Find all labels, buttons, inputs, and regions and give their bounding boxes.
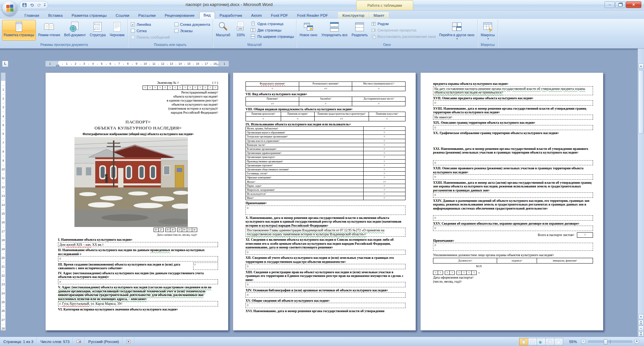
office-button[interactable] [2,1,17,15]
document-page-3[interactable]: предмета охраны объекта культурного насл… [420,72,603,331]
zoom-button[interactable]: Масштаб [214,20,232,41]
checkbox-icon [174,22,178,26]
usage-label-cell: Воинские части¤ [246,143,364,147]
split-button[interactable]: Разделить [350,20,369,41]
minimize-button[interactable]: − [604,1,615,8]
usage-value-cell: ¤ [364,135,406,139]
doc-section-heading: XI. Сведения о включении объекта культур… [246,238,406,249]
text-run: Всего в паспорте листов¤ [538,233,574,237]
ruler-tick [97,64,98,65]
ruler-number: 11 [1,176,5,180]
usage-label-cell: Органы власти и управления¤ [246,139,364,143]
view-button-web-layout[interactable] [537,338,546,345]
page-width-button[interactable]: По ширине страницы [249,33,295,40]
doc-spacer [433,155,593,160]
document-map-checkbox[interactable]: Схема документа [174,21,210,27]
view-button-print-layout[interactable] [519,338,528,345]
tab-6-рецензирование[interactable]: Рецензирование [160,12,199,19]
view-side-by-side-button[interactable]: Рядом [370,20,437,27]
gridlines-checkbox[interactable]: Сетка [131,27,170,34]
tab-9-axiom[interactable]: Axiom [247,12,266,19]
ruler-checkbox[interactable]: ✓ Линейка [131,21,170,27]
view-button-outline[interactable] [545,338,554,345]
next-page-button[interactable]: ▼▼ [638,331,644,337]
tab-2-вставка[interactable]: Вставка [44,12,67,19]
two-pages-button[interactable]: Две страницы [249,27,295,33]
status-page-indicator[interactable]: Страница: 1 из 3 [0,337,37,346]
view-button-full-screen-reading[interactable] [528,338,537,345]
doc-field-box: ¤ [246,250,406,255]
close-button[interactable]: × [626,1,641,8]
web-layout-button[interactable]: Веб-документ [62,20,88,41]
doc-section-heading: I. Наименование объекта культурного насл… [58,238,218,242]
status-word-count[interactable]: Число слов: 573 [37,337,73,346]
table-value-cell: ¤ [352,86,406,91]
one-page-button[interactable]: Одна страница [249,20,295,27]
tab-8-разработчик[interactable]: Разработчик [215,12,247,19]
previous-page-button[interactable]: ▲▲ [638,320,644,325]
restore-button[interactable] [615,1,626,8]
tab-11-foxit-reader-pdf[interactable]: Foxit Reader PDF [293,12,332,19]
document-page-1[interactable]: Экземпляр № ¤( ¤ )¤¤¤¤¤¤¤¤¤¤¤¤¤¤¤Регистр… [45,72,228,331]
indent-marker[interactable] [56,65,59,66]
usage-value-cell: ¤ [364,127,406,131]
fill-in-line [181,81,210,85]
status-macro-record-button[interactable] [123,337,135,346]
scroll-up-button[interactable]: ▲ [638,63,644,69]
form-cell: 2¤ [159,228,164,232]
scrollbar-thumb[interactable] [638,70,644,134]
ruler-number: 14 [178,62,182,65]
scroll-down-button[interactable]: ▼ [638,314,644,320]
view-button-draft[interactable] [554,338,563,345]
right-indent-marker[interactable] [216,63,219,65]
tab-5-рассылки[interactable]: Рассылки [134,12,160,19]
button-label: Рядом [378,22,389,26]
zoom-level-button[interactable]: 55% [567,340,580,344]
tab-stop-selector[interactable]: L [2,61,8,67]
table-header-cell: Памятник градостроительства и архитектур… [314,112,369,117]
vertical-ruler[interactable]: 1234567891011121314151617181920212223242… [1,72,6,331]
checkbox-icon [174,29,178,33]
tab-4-ссылки[interactable]: Ссылки [111,12,134,19]
zoom-slider-thumb[interactable] [604,339,607,345]
status-language[interactable]: Русский (Россия) [85,337,122,346]
draft-view-button[interactable]: Черновик [108,20,126,41]
full-screen-reading-button[interactable]: Режим чтения [37,20,62,41]
doc-paragraph: Уполномоченное должностное лицо органа о… [433,253,593,257]
switch-windows-button[interactable]: Перейти в другое окно ▾ [437,20,476,41]
status-proofing-button[interactable] [73,337,85,346]
tab-1-главная[interactable]: Главная [20,12,44,19]
tab-3-разметка-страницы[interactable]: Разметка страницы [67,12,111,19]
ruler-number: 12 [1,185,5,189]
select-browse-object-button[interactable]: ● [638,326,644,331]
zoom-in-button[interactable]: + [634,339,639,344]
print-layout-button[interactable]: Разметка страницы [2,20,36,41]
text-run: Дом [59,243,66,246]
macros-button[interactable]: Макросы ▾ [479,20,496,41]
ruler-number: 5 [1,123,5,127]
zoom-out-button[interactable]: − [581,339,586,344]
status-bar: Страница: 1 из 3 Число слов: 573 Русский… [0,337,644,346]
tab-13-макет[interactable]: Макет [369,12,389,19]
doc-section-heading: Примечания¤ [433,239,593,243]
button-label: Масштаб [216,33,230,37]
arrange-all-button[interactable]: Упорядочить все [320,20,349,41]
thumbnails-checkbox[interactable]: Эскизы [174,27,210,34]
reset-window-position-icon [371,34,376,39]
new-window-button[interactable]: Новое окно [298,20,319,41]
horizontal-ruler[interactable]: 11234567891011121314151617181 [45,61,228,67]
tab-7-вид[interactable]: Вид [199,12,215,19]
outline-view-button[interactable]: Структура [88,20,107,41]
indent-marker[interactable] [56,61,59,63]
table-header-cell: Федерального значения¤ [246,82,299,86]
vertical-scrollbar[interactable]: ▲ ▼ ▲▲ ● ▼▼ [638,49,644,337]
zoom-slider-track[interactable] [588,341,632,343]
ruler-tick [80,64,80,65]
zoom-100-button[interactable]: 100 100% [232,20,249,41]
tab-12-конструктор[interactable]: Конструктор [338,12,369,19]
document-page-2[interactable]: Федерального значения¤Регионального знач… [233,72,416,331]
doc-field-box: Не имеется¤ [433,115,593,120]
tab-10-foxit-pdf[interactable]: Foxit PDF [267,12,292,19]
cell-group: ¤¤ [433,271,443,275]
cell-group: ¤¤¤¤¤¤¤¤¤¤¤¤¤¤¤ [143,85,218,90]
